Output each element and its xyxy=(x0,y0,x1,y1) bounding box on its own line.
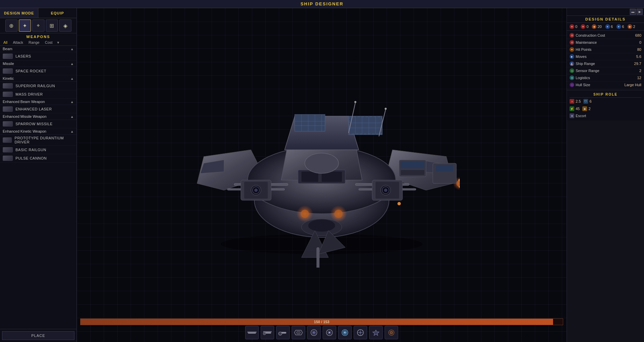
svg-rect-17 xyxy=(295,114,325,131)
category-enhanced-kinetic[interactable]: Enhanced Kinetic Weapon ▲ xyxy=(0,128,76,135)
weapons-header: Weapons xyxy=(0,33,76,39)
attack-value: 2.5 xyxy=(576,99,581,103)
filter-cost[interactable]: Cost xyxy=(43,40,54,45)
header-stats-row: ★ 0 ★ 0 ◆ 20 ● 6 ● 6 ◆ 2 xyxy=(567,23,644,31)
weapon-thumb-mass-driver xyxy=(3,92,13,97)
stat-icon-red1: ★ xyxy=(570,24,574,29)
role-pair-hull: ◆ 2 xyxy=(582,106,590,111)
stat-row-sensor-range: ◎ Sensor Range 2 xyxy=(567,67,644,74)
weapon-thumb-enhanced-laser xyxy=(3,106,13,112)
weapon-thumb-sparrow-missile xyxy=(3,121,13,127)
bottom-icon-7[interactable] xyxy=(354,326,367,339)
app-title: Ship Designer xyxy=(300,1,344,6)
weapon-icon-4[interactable]: ◈ xyxy=(59,20,71,32)
role-pair-speed: ⚡ 45 xyxy=(570,106,580,111)
bottom-icon-8[interactable] xyxy=(369,326,383,339)
right-panel-controls: ▬ ▶ xyxy=(567,8,644,16)
weapon-prototype-durantium[interactable]: Prototype Durantium Driver xyxy=(0,135,76,146)
escort-icon: ⊕ xyxy=(570,113,574,118)
bottom-icon-1[interactable] xyxy=(261,326,274,339)
title-bar: Ship Designer xyxy=(0,0,644,8)
ship-range-label: Ship Range xyxy=(576,62,626,66)
weapon-space-rocket[interactable]: Space Rocket xyxy=(0,67,76,75)
weapon-icon-1[interactable]: ✦ xyxy=(19,20,31,32)
category-enhanced-missile[interactable]: Enhanced Missile Weapon ▲ xyxy=(0,113,76,120)
place-button[interactable]: Place xyxy=(2,331,74,340)
svg-marker-73 xyxy=(296,331,301,334)
filter-dropdown-icon[interactable]: ▼ xyxy=(57,41,60,44)
minimize-button[interactable]: ▬ xyxy=(630,9,636,15)
bottom-icon-svg-4 xyxy=(309,329,319,336)
hit-points-label: Hit Points xyxy=(576,47,626,52)
left-panel: Design Mode Equip ⊕ ✦ ⌖ ⊞ ◈ xyxy=(0,8,77,342)
maintenance-value: 0 xyxy=(628,40,641,44)
speed-icon: ⚡ xyxy=(570,106,574,111)
svg-point-35 xyxy=(334,210,343,218)
stat-pair-0: ★ 0 xyxy=(570,24,577,29)
weapon-lasers[interactable]: Lasers xyxy=(0,52,76,61)
stat-row-hit-points: ♥ Hit Points 80 xyxy=(567,46,644,53)
svg-rect-64 xyxy=(436,165,453,172)
progress-bar-container: 150 / 153 xyxy=(80,318,563,325)
stat-pair-2: ◆ 20 xyxy=(592,24,602,29)
svg-rect-51 xyxy=(301,172,318,182)
category-missile[interactable]: Missile ▲ xyxy=(0,61,76,67)
svg-point-49 xyxy=(254,189,258,192)
tab-equip[interactable]: Equip xyxy=(38,8,76,18)
stat-icon-orange1: ◆ xyxy=(592,24,597,29)
construction-cost-icon: ⚙ xyxy=(570,33,574,38)
bottom-icon-6[interactable] xyxy=(338,326,352,339)
weapon-superior-railgun[interactable]: Superior Railgun xyxy=(0,82,76,90)
weapon-sparrow-missile[interactable]: Sparrow Missile xyxy=(0,120,76,128)
stat-pair-5: ◆ 2 xyxy=(627,24,635,29)
sensor-range-label: Sensor Range xyxy=(576,69,626,73)
moves-value: 5.6 xyxy=(628,55,641,59)
logistics-label: Logistics xyxy=(576,76,626,80)
tab-design-mode[interactable]: Design Mode xyxy=(0,8,38,18)
bottom-icon-svg-8 xyxy=(371,329,381,336)
filter-all[interactable]: All xyxy=(2,40,9,45)
stat-row-maintenance: ⚙ Maintenance 0 xyxy=(567,39,644,46)
weapon-thumb-prototype-durantium xyxy=(3,137,12,143)
bottom-icon-4[interactable] xyxy=(307,326,321,339)
weapon-basic-railgun[interactable]: Basic Railgun xyxy=(0,146,76,154)
bottom-icon-5[interactable] xyxy=(323,326,336,339)
attack-icon: ⚔ xyxy=(570,99,574,104)
right-panel: ▬ ▶ Design Details ★ 0 ★ 0 ◆ 20 ● 6 xyxy=(567,8,644,342)
stat-icon-blue2: ● xyxy=(616,24,621,29)
filter-range[interactable]: Range xyxy=(27,40,41,45)
bottom-icon-3[interactable] xyxy=(292,326,305,339)
weapon-icon-2[interactable]: ⌖ xyxy=(32,20,44,32)
svg-rect-9 xyxy=(349,116,382,135)
expand-button[interactable]: ▶ xyxy=(637,9,643,15)
weapon-list[interactable]: Beam ▲ Lasers Missile ▲ Space Rocket Kin… xyxy=(0,46,76,329)
svg-point-29 xyxy=(385,108,387,110)
stat-row-moves: ▶ Moves 5.6 xyxy=(567,53,644,60)
weapon-pulse-cannon[interactable]: Pulse Cannon xyxy=(0,154,76,163)
category-kinetic[interactable]: Kinetic ▲ xyxy=(0,75,76,82)
design-details-header: Design Details xyxy=(567,16,644,23)
weapon-icon-3[interactable]: ⊞ xyxy=(46,20,58,32)
bottom-icon-svg-6 xyxy=(340,329,350,336)
filter-attack[interactable]: Attack xyxy=(11,40,25,45)
weapon-mass-driver[interactable]: Mass Driver xyxy=(0,90,76,99)
category-beam[interactable]: Beam ▲ xyxy=(0,46,76,52)
hit-points-icon: ♥ xyxy=(570,47,574,52)
hull-icon: ◆ xyxy=(582,106,587,111)
stat-row-hull-size: ⬡ Hull Size Large Hull xyxy=(567,81,644,89)
construction-cost-value: 680 xyxy=(628,33,641,37)
weapon-enhanced-laser[interactable]: Enhanced Laser xyxy=(0,105,76,113)
category-enhanced-beam[interactable]: Enhanced Beam Weapon ▲ xyxy=(0,99,76,105)
bottom-icon-2[interactable] xyxy=(276,326,290,339)
viewport[interactable]: 150 / 153 xyxy=(77,8,567,342)
bottom-icon-9[interactable] xyxy=(385,326,398,339)
bottom-icon-svg-3 xyxy=(294,329,303,336)
speed-value: 45 xyxy=(576,107,580,111)
weapon-icon-0[interactable]: ⊕ xyxy=(5,20,18,32)
progress-bar-text: 150 / 153 xyxy=(314,320,329,324)
moves-label: Moves xyxy=(576,55,626,59)
svg-rect-61 xyxy=(401,162,424,168)
bottom-icon-0[interactable] xyxy=(245,326,259,339)
bottom-icon-svg-1 xyxy=(263,329,272,336)
weapon-thumb-superior-railgun xyxy=(3,83,13,89)
